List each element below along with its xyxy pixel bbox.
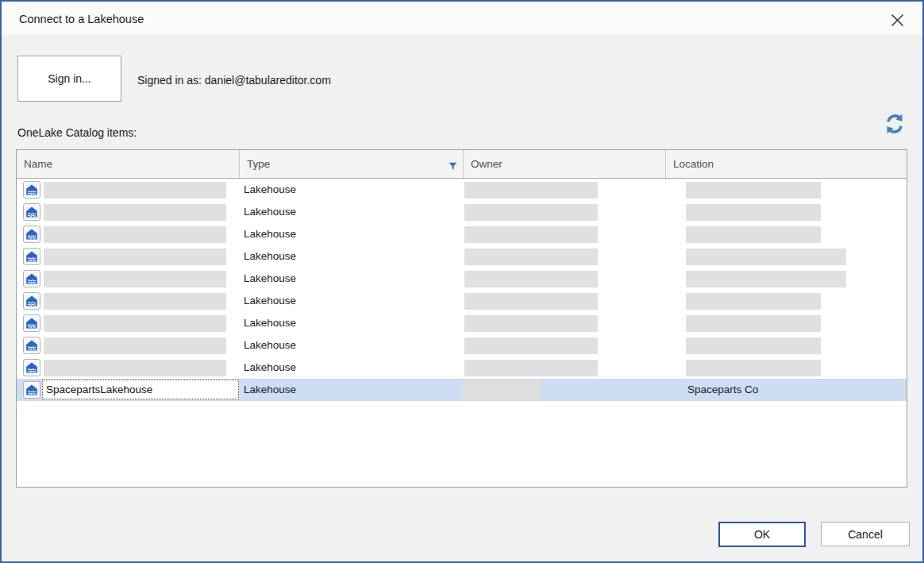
row-type: Lakehouse [244,245,296,268]
redacted-owner-bar [464,315,598,332]
catalog-table: Name Type Owner Location Lakehouse [16,149,907,488]
lakehouse-icon [23,337,40,354]
signed-in-status: Signed in as: daniel@tabulareditor.com [137,74,331,87]
lakehouse-icon [23,292,40,310]
row-type: Lakehouse [244,379,296,401]
sign-in-button[interactable]: Sign in... [17,56,121,102]
row-type: Lakehouse [244,201,296,223]
table-row[interactable]: Lakehouse [17,201,907,223]
redacted-owner-bar [464,204,598,221]
redacted-location-bar [686,271,846,287]
sync-arrows-glyph [884,113,906,135]
row-type: Lakehouse [244,179,296,201]
redacted-owner-bar [464,337,598,354]
column-header-owner[interactable]: Owner [464,150,666,178]
row-type: Lakehouse [244,312,296,334]
redacted-name-bar [44,293,226,310]
lakehouse-icon [23,381,40,399]
redacted-location-bar [686,226,821,243]
redacted-location-bar [686,337,821,354]
table-row[interactable]: Lakehouse [17,290,907,312]
lakehouse-icon [23,248,40,265]
redacted-owner-bar [463,380,541,400]
name-cell[interactable]: SpacepartsLakehouse [42,380,239,399]
lakehouse-icon [23,226,40,243]
connect-lakehouse-dialog: Connect to a Lakehouse Sign in... Signed… [0,0,924,563]
dialog-title: Connect to a Lakehouse [19,13,144,25]
table-body: Lakehouse Lakehouse Lakeho [17,179,907,401]
table-row[interactable]: Lakehouse [17,245,907,268]
lakehouse-icon [23,181,40,199]
redacted-owner-bar [464,360,598,376]
redacted-location-bar [686,360,821,376]
row-type: Lakehouse [244,334,296,357]
redacted-location-bar [686,293,821,310]
close-icon[interactable] [886,10,908,30]
column-header-type[interactable]: Type [240,150,464,178]
table-row[interactable]: Lakehouse [17,357,907,379]
redacted-name-bar [44,271,226,287]
filter-icon[interactable] [449,153,457,181]
row-type: Lakehouse [244,223,296,245]
redacted-owner-bar [464,293,598,310]
row-location: Spaceparts Co [687,379,758,401]
redacted-location-bar [686,315,821,332]
lakehouse-icon [23,203,40,221]
row-type: Lakehouse [244,290,296,312]
table-row[interactable]: Lakehouse [17,223,907,245]
column-header-type-label: Type [247,158,270,170]
redacted-owner-bar [464,249,598,265]
lakehouse-icon [23,270,40,287]
table-row[interactable]: SpacepartsLakehouse Lakehouse Spaceparts… [17,379,907,401]
redacted-name-bar [44,337,226,354]
lakehouse-icon [23,359,40,376]
row-type: Lakehouse [244,268,296,290]
table-row[interactable]: Lakehouse [17,334,907,357]
ok-button[interactable]: OK [718,522,806,547]
refresh-icon[interactable] [883,113,907,137]
redacted-name-bar [44,204,226,221]
table-row[interactable]: Lakehouse [17,179,907,201]
row-name: SpacepartsLakehouse [46,384,152,395]
onelake-catalog-label: OneLake Catalog items: [17,126,137,139]
redacted-name-bar [44,249,226,265]
redacted-owner-bar [464,271,598,287]
redacted-location-bar [686,204,821,221]
cancel-button[interactable]: Cancel [821,522,910,546]
redacted-name-bar [44,315,226,332]
redacted-location-bar [686,182,821,199]
redacted-name-bar [44,360,226,376]
redacted-name-bar [44,182,226,199]
column-header-location[interactable]: Location [666,150,907,178]
table-row[interactable]: Lakehouse [17,312,907,334]
redacted-owner-bar [464,226,598,243]
redacted-location-bar [686,249,846,265]
row-type: Lakehouse [244,357,296,379]
table-row[interactable]: Lakehouse [17,268,907,290]
redacted-name-bar [44,226,226,243]
column-header-name[interactable]: Name [17,150,240,178]
lakehouse-icon [23,314,40,332]
close-x-glyph [891,13,904,27]
redacted-owner-bar [464,182,598,199]
table-header: Name Type Owner Location [17,150,907,179]
